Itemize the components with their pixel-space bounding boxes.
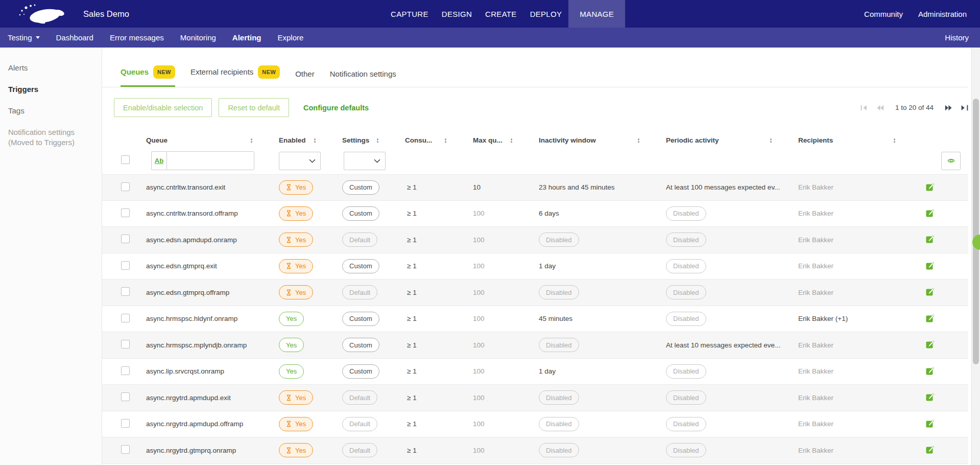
column-header-queue[interactable]: Queue↕ <box>146 136 279 144</box>
row-checkbox[interactable] <box>121 314 130 322</box>
enabled-badge[interactable]: Yes <box>279 364 304 379</box>
sort-icon[interactable]: ↕ <box>637 136 640 144</box>
settings-badge[interactable]: Default <box>342 443 377 457</box>
sort-icon[interactable]: ↕ <box>376 136 379 144</box>
nav-deploy[interactable]: DEPLOY <box>523 0 569 28</box>
nav-community[interactable]: Community <box>864 10 903 18</box>
subnav-history[interactable]: History <box>945 33 980 42</box>
row-checkbox[interactable] <box>121 419 130 428</box>
sidebar-item-notification-settings[interactable]: Notification settings (Moved to Triggers… <box>0 127 102 148</box>
disabled-badge[interactable]: Disabled <box>666 232 706 247</box>
edit-button[interactable] <box>926 392 935 401</box>
row-checkbox[interactable] <box>121 287 130 296</box>
scrollbar-thumb[interactable] <box>973 99 979 364</box>
edit-button[interactable] <box>926 287 935 296</box>
subnav-alerting[interactable]: Alerting <box>224 33 270 42</box>
column-header-recipients[interactable]: Recipients↕ <box>798 136 922 144</box>
edit-button[interactable] <box>926 419 935 428</box>
row-checkbox[interactable] <box>121 445 130 454</box>
row-checkbox[interactable] <box>121 261 130 270</box>
select-all-checkbox[interactable] <box>121 155 130 164</box>
sort-icon[interactable]: ↕ <box>444 136 447 144</box>
settings-badge[interactable]: Custom <box>342 206 379 221</box>
column-header-consumers[interactable]: Consu...↕ <box>405 136 473 144</box>
sidebar-item-alerts[interactable]: Alerts <box>0 63 102 73</box>
sort-icon[interactable]: ↕ <box>893 136 896 144</box>
tab-external-recipients[interactable]: External recipients NEW <box>190 65 280 87</box>
disabled-badge[interactable]: Disabled <box>539 338 579 352</box>
last-page-icon[interactable] <box>961 105 968 111</box>
enabled-badge[interactable]: Yes <box>279 417 313 431</box>
enabled-badge[interactable]: Yes <box>279 443 313 457</box>
edit-button[interactable] <box>926 314 935 322</box>
sort-icon[interactable]: ↕ <box>769 136 773 144</box>
disabled-badge[interactable]: Disabled <box>666 364 706 379</box>
settings-badge[interactable]: Custom <box>342 338 379 352</box>
enabled-filter-select[interactable] <box>279 152 321 170</box>
column-header-settings[interactable]: Settings↕ <box>342 136 405 144</box>
tab-queues[interactable]: Queues NEW <box>121 65 175 87</box>
settings-badge[interactable]: Custom <box>342 180 379 195</box>
edit-button[interactable] <box>926 182 935 191</box>
disabled-badge[interactable]: Disabled <box>666 206 706 221</box>
disabled-badge[interactable]: Disabled <box>539 443 579 457</box>
sort-icon[interactable]: ↕ <box>313 136 317 144</box>
enabled-badge[interactable]: Yes <box>279 232 313 247</box>
edit-button[interactable] <box>926 366 935 375</box>
row-checkbox[interactable] <box>121 392 130 401</box>
nav-administration[interactable]: Administration <box>918 10 967 18</box>
text-filter-type-button[interactable]: Ab <box>152 152 167 170</box>
subnav-error-messages[interactable]: Error messages <box>102 33 172 42</box>
disabled-badge[interactable]: Disabled <box>666 285 706 299</box>
column-header-max-queue[interactable]: Max qu...↕ <box>473 136 539 144</box>
disabled-badge[interactable]: Disabled <box>539 232 579 247</box>
enabled-badge[interactable]: Yes <box>279 390 313 405</box>
sort-icon[interactable]: ↕ <box>250 136 253 144</box>
enable-disable-selection-button[interactable]: Enable/disable selection <box>114 98 212 117</box>
next-page-icon[interactable] <box>945 105 952 111</box>
disabled-badge[interactable]: Disabled <box>539 390 579 405</box>
sidebar-item-tags[interactable]: Tags <box>0 106 102 116</box>
edit-button[interactable] <box>926 261 935 270</box>
disabled-badge[interactable]: Disabled <box>666 259 706 273</box>
settings-badge[interactable]: Custom <box>342 259 379 273</box>
nav-capture[interactable]: CAPTURE <box>384 0 435 28</box>
enabled-badge[interactable]: Yes <box>279 285 313 299</box>
settings-badge[interactable]: Default <box>342 417 377 431</box>
row-checkbox[interactable] <box>121 182 130 191</box>
column-header-periodic-activity[interactable]: Periodic activity↕ <box>666 136 798 144</box>
enabled-badge[interactable]: Yes <box>279 338 304 352</box>
edit-button[interactable] <box>926 208 935 217</box>
reset-to-default-button[interactable]: Reset to default <box>219 98 289 117</box>
subnav-testing-dropdown[interactable]: Testing <box>0 33 48 42</box>
disabled-badge[interactable]: Disabled <box>666 312 706 326</box>
settings-badge[interactable]: Custom <box>342 312 379 326</box>
first-page-icon[interactable] <box>861 105 868 111</box>
tab-other[interactable]: Other <box>295 69 315 87</box>
column-visibility-button[interactable] <box>941 152 961 170</box>
settings-badge[interactable]: Default <box>342 232 377 247</box>
subnav-explore[interactable]: Explore <box>270 33 312 42</box>
nav-design[interactable]: DESIGN <box>435 0 479 28</box>
disabled-badge[interactable]: Disabled <box>666 417 706 431</box>
disabled-badge[interactable]: Disabled <box>539 285 579 299</box>
subnav-monitoring[interactable]: Monitoring <box>172 33 224 42</box>
column-header-inactivity-window[interactable]: Inactivity window↕ <box>539 136 666 144</box>
enabled-badge[interactable]: Yes <box>279 180 313 195</box>
queue-filter-input[interactable] <box>167 152 254 170</box>
disabled-badge[interactable]: Disabled <box>539 417 579 431</box>
settings-badge[interactable]: Custom <box>342 364 379 379</box>
edit-button[interactable] <box>926 445 935 454</box>
edit-button[interactable] <box>926 235 935 243</box>
tab-notification-settings[interactable]: Notification settings <box>330 69 396 87</box>
sort-icon[interactable]: ↕ <box>510 136 513 144</box>
settings-filter-select[interactable] <box>344 152 386 170</box>
row-checkbox[interactable] <box>121 208 130 217</box>
row-checkbox[interactable] <box>121 340 130 348</box>
enabled-badge[interactable]: Yes <box>279 206 313 221</box>
subnav-dashboard[interactable]: Dashboard <box>48 33 102 42</box>
nav-create[interactable]: CREATE <box>479 0 523 28</box>
nav-manage[interactable]: MANAGE <box>568 0 625 28</box>
previous-page-icon[interactable] <box>876 105 884 111</box>
column-header-enabled[interactable]: Enabled↕ <box>279 136 342 144</box>
